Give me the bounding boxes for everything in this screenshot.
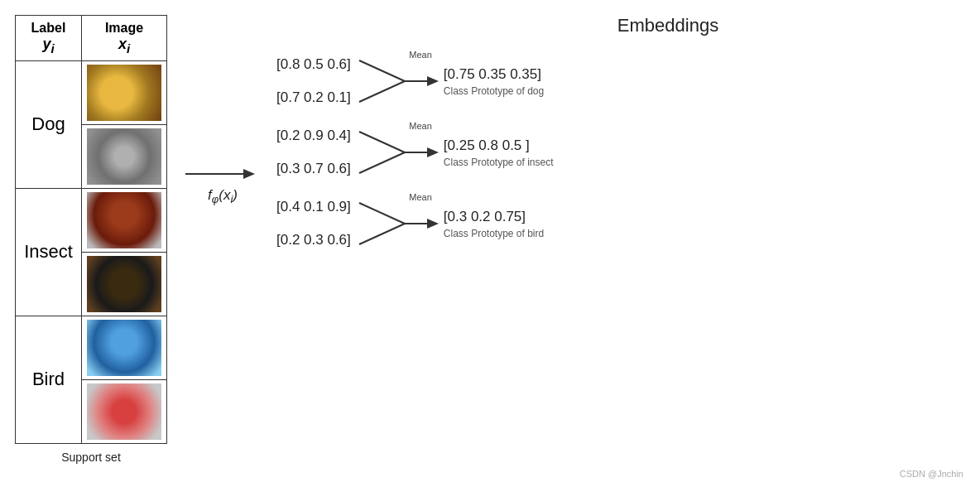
- bird-vec2: [0.2 0.3 0.6]: [276, 224, 351, 257]
- table-row: Insect: [16, 188, 167, 252]
- bird-vec1: [0.4 0.1 0.9]: [276, 190, 351, 224]
- label-bird: Bird: [16, 316, 82, 443]
- col-image-header: Image xi: [82, 16, 167, 61]
- class-bird-block: [0.4 0.1 0.9] [0.2 0.3 0.6] Mean [0.3 0.…: [276, 190, 960, 257]
- bird-mean-label: Mean: [409, 192, 432, 202]
- image-insect2: [82, 252, 167, 316]
- embeddings-title: Embeddings: [376, 15, 960, 36]
- svg-line-11: [359, 224, 405, 244]
- transform-function: [185, 164, 260, 184]
- table-row: Bird: [16, 316, 167, 379]
- dog-mean-label: Mean: [409, 50, 432, 60]
- svg-marker-9: [427, 147, 439, 157]
- bird-vectors: [0.4 0.1 0.9] [0.2 0.3 0.6]: [276, 190, 351, 257]
- svg-marker-13: [427, 219, 439, 229]
- dog-prototype: [0.75 0.35 0.35] Class Prototype of dog: [444, 66, 544, 97]
- insect-vec1: [0.2 0.9 0.4]: [276, 119, 351, 152]
- transform-label: fφ(xi): [208, 187, 238, 205]
- support-table: Label yi Image xi Dog: [15, 15, 167, 444]
- transform-arrow-svg: [185, 164, 260, 184]
- insect-vectors: [0.2 0.9 0.4] [0.3 0.7 0.6]: [276, 119, 351, 186]
- dog-vec1: [0.8 0.5 0.6]: [276, 48, 351, 81]
- embeddings-area: Embeddings [0.8 0.5 0.6] [0.7 0.2 0.1] M…: [276, 15, 960, 262]
- dog-vectors: [0.8 0.5 0.6] [0.7 0.2 0.1]: [276, 48, 351, 114]
- insect-merge-arrow: Mean: [359, 119, 434, 186]
- image-bird1: [82, 316, 167, 379]
- svg-marker-5: [427, 76, 439, 86]
- watermark: CSDN @Jnchin: [900, 469, 963, 479]
- image-bird2: [82, 379, 167, 443]
- bird-prototype: [0.3 0.2 0.75] Class Prototype of bird: [444, 209, 544, 239]
- image-dog2: [82, 124, 167, 188]
- transform-area: fφ(xi): [185, 164, 260, 205]
- col-label-header: Label yi: [16, 16, 82, 61]
- table-row: Dog: [16, 60, 167, 124]
- insect-vec2: [0.3 0.7 0.6]: [276, 152, 351, 186]
- insect-prototype: [0.25 0.8 0.5 ] Class Prototype of insec…: [444, 137, 554, 168]
- label-insect: Insect: [16, 188, 82, 316]
- label-dog: Dog: [16, 60, 82, 188]
- dog-vec2: [0.7 0.2 0.1]: [276, 81, 351, 114]
- insect-prototype-vector: [0.25 0.8 0.5 ]: [444, 137, 554, 154]
- svg-line-10: [359, 203, 405, 224]
- insect-prototype-label: Class Prototype of insect: [444, 157, 554, 168]
- left-panel: Label yi Image xi Dog: [15, 15, 167, 464]
- svg-line-6: [359, 132, 405, 152]
- class-dog-block: [0.8 0.5 0.6] [0.7 0.2 0.1] Mean [0.75 0…: [276, 48, 960, 114]
- bird-prototype-vector: [0.3 0.2 0.75]: [444, 209, 544, 225]
- bird-prototype-label: Class Prototype of bird: [444, 228, 544, 239]
- support-set-label: Support set: [61, 451, 121, 464]
- dog-prototype-label: Class Prototype of dog: [444, 85, 544, 97]
- dog-prototype-vector: [0.75 0.35 0.35]: [444, 66, 544, 83]
- class-insect-block: [0.2 0.9 0.4] [0.3 0.7 0.6] Mean [0.25 0…: [276, 119, 960, 186]
- dog-merge-arrow: Mean: [359, 48, 434, 114]
- main-container: Label yi Image xi Dog: [0, 0, 980, 487]
- bird-merge-arrow: Mean: [359, 190, 434, 257]
- image-dog1: [82, 60, 167, 124]
- svg-line-3: [359, 81, 405, 102]
- svg-line-2: [359, 60, 405, 81]
- image-insect1: [82, 188, 167, 252]
- svg-line-7: [359, 152, 405, 173]
- insect-mean-label: Mean: [409, 121, 432, 131]
- svg-marker-1: [243, 169, 255, 179]
